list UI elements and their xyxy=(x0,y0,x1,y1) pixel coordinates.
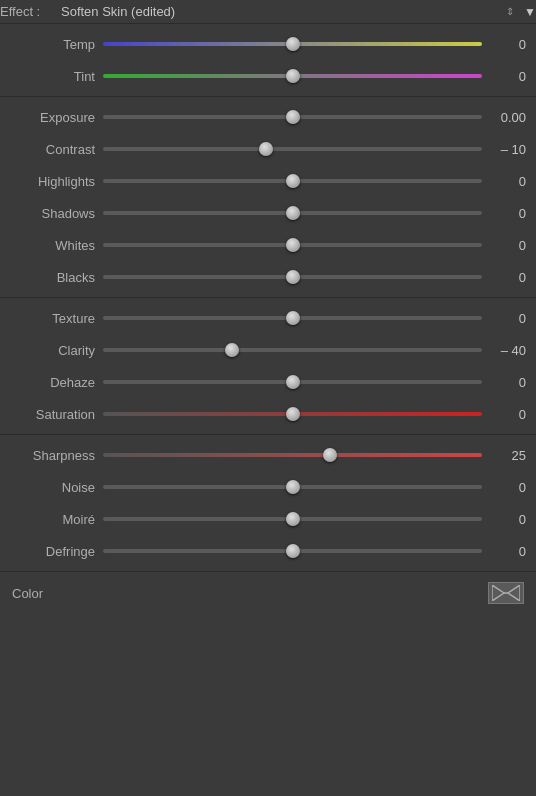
slider-value-highlights: 0 xyxy=(490,174,526,189)
slider-label-shadows: Shadows xyxy=(10,206,95,221)
slider-row-contrast: Contrast– 10 xyxy=(0,133,536,165)
slider-track[interactable] xyxy=(103,115,482,119)
detail-section: Sharpness25Noise0Moiré0Defringe0 xyxy=(0,435,536,572)
slider-label-highlights: Highlights xyxy=(10,174,95,189)
slider-label-contrast: Contrast xyxy=(10,142,95,157)
slider-track[interactable] xyxy=(103,380,482,384)
slider-thumb[interactable] xyxy=(286,480,300,494)
slider-label-moiré: Moiré xyxy=(10,512,95,527)
slider-track[interactable] xyxy=(103,412,482,416)
slider-track[interactable] xyxy=(103,74,482,78)
slider-thumb[interactable] xyxy=(286,174,300,188)
slider-row-saturation: Saturation0 xyxy=(0,398,536,430)
slider-track-container[interactable] xyxy=(103,340,482,360)
presence-section: Texture0Clarity– 40Dehaze0Saturation0 xyxy=(0,298,536,435)
slider-track[interactable] xyxy=(103,243,482,247)
slider-label-clarity: Clarity xyxy=(10,343,95,358)
slider-track-container[interactable] xyxy=(103,235,482,255)
slider-track-container[interactable] xyxy=(103,404,482,424)
slider-label-dehaze: Dehaze xyxy=(10,375,95,390)
slider-thumb[interactable] xyxy=(286,37,300,51)
slider-value-contrast: – 10 xyxy=(490,142,526,157)
slider-thumb[interactable] xyxy=(286,544,300,558)
slider-label-exposure: Exposure xyxy=(10,110,95,125)
slider-track-container[interactable] xyxy=(103,509,482,529)
slider-row-clarity: Clarity– 40 xyxy=(0,334,536,366)
slider-track[interactable] xyxy=(103,147,482,151)
slider-thumb[interactable] xyxy=(286,407,300,421)
slider-track-container[interactable] xyxy=(103,372,482,392)
slider-label-blacks: Blacks xyxy=(10,270,95,285)
svg-marker-0 xyxy=(492,585,504,601)
slider-thumb[interactable] xyxy=(286,110,300,124)
slider-track[interactable] xyxy=(103,549,482,553)
slider-track[interactable] xyxy=(103,485,482,489)
effect-dropdown-icon[interactable]: ▼ xyxy=(524,5,536,19)
slider-row-texture: Texture0 xyxy=(0,302,536,334)
slider-value-tint: 0 xyxy=(490,69,526,84)
slider-thumb[interactable] xyxy=(286,311,300,325)
color-icon[interactable] xyxy=(488,582,524,604)
slider-thumb[interactable] xyxy=(286,375,300,389)
slider-track-container[interactable] xyxy=(103,308,482,328)
slider-track-container[interactable] xyxy=(103,66,482,86)
slider-value-moiré: 0 xyxy=(490,512,526,527)
slider-label-sharpness: Sharpness xyxy=(10,448,95,463)
slider-row-defringe: Defringe0 xyxy=(0,535,536,567)
slider-value-sharpness: 25 xyxy=(490,448,526,463)
slider-value-exposure: 0.00 xyxy=(490,110,526,125)
slider-value-blacks: 0 xyxy=(490,270,526,285)
slider-label-defringe: Defringe xyxy=(10,544,95,559)
slider-label-noise: Noise xyxy=(10,480,95,495)
slider-thumb[interactable] xyxy=(259,142,273,156)
slider-value-shadows: 0 xyxy=(490,206,526,221)
slider-track[interactable] xyxy=(103,179,482,183)
effect-value[interactable]: Soften Skin (edited) xyxy=(61,4,500,19)
slider-label-texture: Texture xyxy=(10,311,95,326)
slider-value-clarity: – 40 xyxy=(490,343,526,358)
slider-track[interactable] xyxy=(103,275,482,279)
slider-track-container[interactable] xyxy=(103,203,482,223)
color-row: Color xyxy=(0,572,536,614)
slider-thumb[interactable] xyxy=(286,270,300,284)
slider-track-container[interactable] xyxy=(103,171,482,191)
slider-value-defringe: 0 xyxy=(490,544,526,559)
slider-row-noise: Noise0 xyxy=(0,471,536,503)
slider-thumb[interactable] xyxy=(286,69,300,83)
slider-track[interactable] xyxy=(103,517,482,521)
slider-row-temp: Temp0 xyxy=(0,28,536,60)
slider-value-whites: 0 xyxy=(490,238,526,253)
slider-thumb[interactable] xyxy=(286,238,300,252)
slider-track-container[interactable] xyxy=(103,477,482,497)
slider-track[interactable] xyxy=(103,42,482,46)
slider-thumb[interactable] xyxy=(323,448,337,462)
effect-label: Effect : xyxy=(0,4,55,19)
slider-track-container[interactable] xyxy=(103,107,482,127)
slider-track[interactable] xyxy=(103,453,482,457)
slider-thumb[interactable] xyxy=(286,512,300,526)
slider-track-container[interactable] xyxy=(103,267,482,287)
slider-thumb[interactable] xyxy=(286,206,300,220)
slider-value-dehaze: 0 xyxy=(490,375,526,390)
slider-value-temp: 0 xyxy=(490,37,526,52)
slider-value-saturation: 0 xyxy=(490,407,526,422)
slider-track[interactable] xyxy=(103,316,482,320)
effect-sort-icon: ⇕ xyxy=(506,6,514,17)
slider-row-whites: Whites0 xyxy=(0,229,536,261)
slider-thumb[interactable] xyxy=(225,343,239,357)
slider-row-shadows: Shadows0 xyxy=(0,197,536,229)
slider-track[interactable] xyxy=(103,348,482,352)
slider-label-whites: Whites xyxy=(10,238,95,253)
slider-label-temp: Temp xyxy=(10,37,95,52)
slider-track[interactable] xyxy=(103,211,482,215)
slider-track-container[interactable] xyxy=(103,445,482,465)
panel: Effect : Soften Skin (edited) ⇕ ▼ Temp0T… xyxy=(0,0,536,614)
slider-track-container[interactable] xyxy=(103,139,482,159)
slider-value-noise: 0 xyxy=(490,480,526,495)
slider-track-container[interactable] xyxy=(103,34,482,54)
slider-track-container[interactable] xyxy=(103,541,482,561)
slider-value-texture: 0 xyxy=(490,311,526,326)
effect-row: Effect : Soften Skin (edited) ⇕ ▼ xyxy=(0,0,536,24)
slider-row-sharpness: Sharpness25 xyxy=(0,439,536,471)
temp-tint-section: Temp0Tint0 xyxy=(0,24,536,97)
